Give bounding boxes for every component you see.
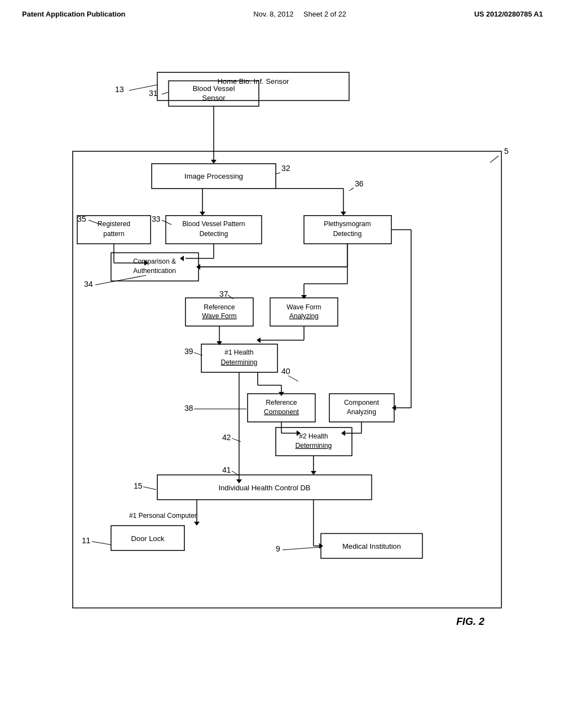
svg-line-27	[95, 275, 146, 285]
health1-determining-label2: Determining	[221, 358, 257, 366]
svg-line-29	[228, 295, 233, 299]
header-patent-number: US 2012/0280785 A1	[474, 10, 543, 18]
header-date-sheet: Nov. 8, 2012 Sheet 2 of 22	[253, 10, 346, 18]
ref-40: 40	[281, 367, 290, 376]
ref-wave-form-label2: Wave Form	[202, 312, 237, 320]
blood-vessel-sensor-label: Blood Vessel	[193, 84, 235, 93]
health2-determining-label: #2 Health	[299, 432, 328, 440]
ref-38: 38	[184, 404, 193, 413]
component-analyzing-label2: Analyzing	[347, 408, 376, 416]
svg-marker-15	[340, 212, 346, 216]
patent-diagram: 5 Home Bio. Inf. Sensor 13 Blood Vessel …	[28, 57, 535, 686]
ref-31: 31	[149, 89, 158, 98]
blood-vessel-sensor-label2: Sensor	[202, 94, 226, 102]
health1-determining-label: #1 Health	[225, 349, 254, 356]
ref-41: 41	[222, 465, 231, 474]
registered-pattern-label: Registered	[98, 220, 130, 228]
svg-line-5	[162, 92, 168, 94]
ref-32: 32	[281, 164, 290, 173]
svg-marker-43	[257, 338, 260, 343]
plethysmogram-label2: Detecting	[333, 230, 362, 238]
svg-marker-69	[236, 479, 242, 483]
svg-line-80	[282, 547, 321, 550]
wave-form-analyzing-label: Wave Form	[286, 303, 321, 311]
bvp-detecting-label: Blood Vessel Pattern	[182, 220, 245, 228]
comparison-auth-label2: Authentication	[133, 267, 176, 275]
ref-36: 36	[355, 179, 364, 188]
svg-marker-7	[211, 160, 216, 164]
svg-marker-38	[301, 295, 307, 299]
svg-marker-40	[216, 341, 222, 345]
ref-37: 37	[220, 290, 228, 298]
svg-line-17	[162, 220, 171, 224]
door-lock-label: Door Lock	[131, 534, 164, 543]
svg-marker-67	[311, 471, 316, 475]
svg-marker-74	[194, 522, 200, 526]
bvp-detecting-label2: Detecting	[199, 230, 228, 238]
ref-15: 15	[134, 481, 142, 490]
ref-34: 34	[84, 280, 93, 288]
svg-line-1	[490, 156, 498, 163]
personal-computer-label: #1 Personal Computer	[129, 512, 197, 520]
ref-33: 33	[152, 215, 161, 223]
svg-line-46	[288, 376, 298, 381]
svg-marker-12	[200, 212, 205, 216]
ref-9: 9	[276, 544, 280, 553]
ref-wave-form-label: Reference	[204, 303, 235, 311]
header-sheet: Sheet 2 of 22	[303, 10, 346, 18]
ref-5: 5	[504, 147, 509, 156]
svg-marker-64	[341, 430, 345, 436]
ref-42: 42	[222, 433, 231, 442]
plethysmogram-label: Plethysmogram	[324, 220, 371, 228]
registered-pattern-label2: pattern	[103, 230, 124, 238]
component-analyzing-label: Component	[344, 399, 379, 406]
svg-marker-26	[180, 255, 184, 261]
fig-label: FIG. 2	[456, 615, 485, 627]
ref-13: 13	[115, 85, 124, 94]
ref-11: 11	[82, 536, 90, 545]
ref-39: 39	[184, 347, 193, 356]
header-date: Nov. 8, 2012	[253, 10, 294, 18]
svg-line-78	[92, 542, 111, 545]
wave-form-analyzing-label2: Analyzing	[289, 312, 318, 320]
individual-health-db-label: Individual Health Control DB	[218, 484, 311, 492]
svg-line-9	[276, 173, 280, 174]
diagram-area: 5 Home Bio. Inf. Sensor 13 Blood Vessel …	[0, 24, 565, 697]
ref-component-label: Reference	[266, 399, 297, 406]
svg-line-10	[349, 188, 354, 191]
image-processing-label: Image Processing	[184, 172, 243, 180]
svg-line-71	[143, 487, 157, 490]
health2-determining-label2: Determining	[295, 442, 332, 449]
medical-institution-label: Medical Institution	[342, 542, 401, 550]
header-publication-label: Patent Application Publication	[22, 10, 125, 18]
ref-component-label2: Component	[264, 408, 299, 416]
page-header: Patent Application Publication Nov. 8, 2…	[0, 0, 565, 24]
comparison-auth-label: Comparison &	[133, 258, 176, 265]
